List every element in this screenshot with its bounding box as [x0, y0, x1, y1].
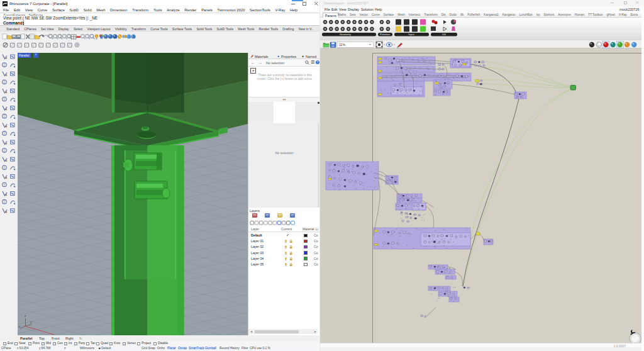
- svg-text:Input: Input: [408, 33, 414, 36]
- svg-text:Geometry: Geometry: [340, 33, 352, 36]
- svg-text:Primitive: Primitive: [380, 33, 391, 36]
- svg-text:Util: Util: [442, 33, 446, 36]
- svg-text:11%: 11%: [339, 43, 345, 47]
